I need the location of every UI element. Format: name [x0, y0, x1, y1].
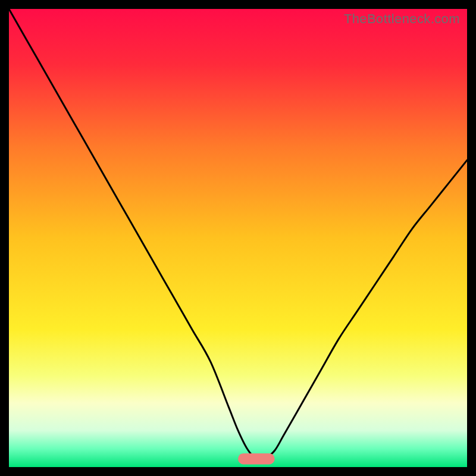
- watermark-text: TheBottleneck.com: [344, 11, 460, 27]
- chart-background-gradient: [9, 9, 467, 467]
- optimal-marker: [238, 453, 275, 464]
- chart-plot-area: [9, 9, 467, 467]
- chart-frame: TheBottleneck.com: [9, 9, 467, 467]
